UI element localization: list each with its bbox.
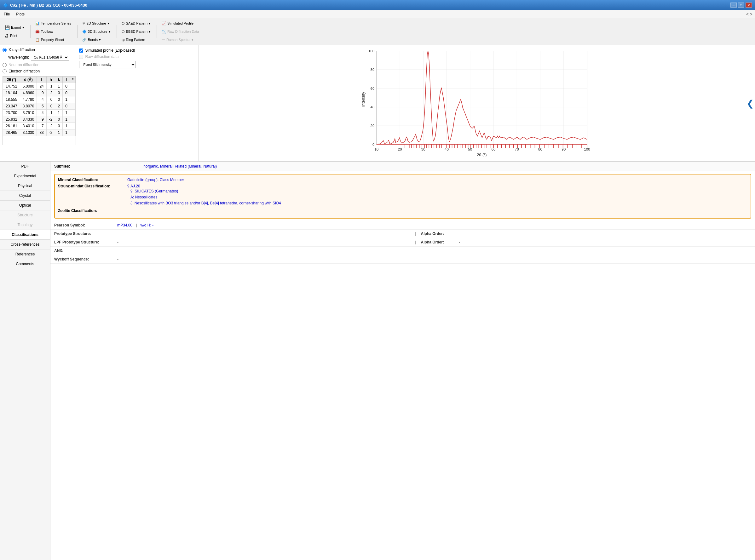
anx-value: - [117, 248, 751, 253]
sidebar-item-structure: Structure [0, 211, 50, 220]
export-dropdown-icon: ▾ [22, 25, 24, 29]
col-intensity: I [37, 77, 46, 83]
lpf-alpha-value: - [459, 240, 751, 244]
pearson-label: Pearson Symbol: [54, 223, 117, 227]
menu-file[interactable]: File [2, 11, 11, 17]
toolbar: 💾 Export ▾ 🖨 Print 📊 Temperature Series … [0, 18, 755, 45]
nav-next-button[interactable]: > [750, 12, 753, 17]
sidebar-item-optical[interactable]: Optical [0, 201, 50, 211]
bonds-dropdown-icon: ▾ [99, 38, 101, 42]
strunz-j: J: Nesosilicates with BO3 triangles and/… [131, 200, 281, 206]
bonds-icon: 🔗 [82, 38, 86, 42]
neutron-label: Neutron diffraction [8, 63, 39, 67]
raman-icon: 〰 [162, 38, 165, 42]
table-row: 23.7003.75104-111 [3, 109, 76, 116]
svg-rect-0 [376, 51, 587, 144]
toolbox-icon: 🧰 [35, 29, 40, 34]
xray-radio[interactable] [2, 48, 7, 52]
wavelength-select[interactable]: Cu Kα1 1.54056 Å [31, 54, 69, 61]
svg-text:100: 100 [368, 49, 375, 53]
svg-text:40: 40 [370, 105, 374, 109]
svg-text:60: 60 [370, 86, 374, 91]
raw-diffraction-button[interactable]: 📉 Raw Diffraction Data [159, 28, 201, 35]
raw-diffraction-icon: 📉 [162, 29, 166, 34]
raw-data-checkbox[interactable] [79, 55, 83, 59]
ebsd-button[interactable]: ⬡ EBSD Pattern ▾ [119, 28, 153, 35]
export-icon: 💾 [5, 25, 10, 30]
window-title: Ca2 ( Fe , Mn ) B2 Si2 O10 - 00-036-0430 [10, 3, 87, 7]
sidebar-item-comments[interactable]: Comments [0, 259, 50, 269]
menu-plots[interactable]: Plots [15, 11, 26, 17]
svg-text:80: 80 [538, 147, 542, 151]
raman-button[interactable]: 〰 Raman Spectra ▾ [159, 36, 201, 43]
svg-text:10: 10 [374, 147, 379, 151]
raman-dropdown-icon: ▾ [192, 38, 193, 42]
col-d: d (Å) [20, 77, 37, 83]
property-sheet-button[interactable]: 📋 Property Sheet [33, 36, 73, 43]
saed-button[interactable]: ⬡ SAED Pattern ▾ [119, 20, 153, 27]
fixed-slit-select[interactable]: Fixed Slit Intensity [79, 61, 136, 68]
collapse-arrow[interactable]: ❮ [747, 98, 754, 108]
ring-button[interactable]: ◎ Ring Pattern [119, 36, 153, 43]
svg-text:20: 20 [398, 147, 402, 151]
sidebar-item-cross-references[interactable]: Cross-references [0, 240, 50, 249]
table-row: 26.1813.40107201 [3, 123, 76, 129]
diffraction-chart: 0 20 40 60 80 100 10 20 30 40 50 60 70 8… [201, 47, 753, 158]
nav-prev-button[interactable]: < [746, 12, 749, 17]
electron-label: Electron diffraction [8, 69, 40, 73]
sidebar-item-classifications[interactable]: Classifications [0, 230, 50, 240]
alpha-order-label: Alpha Order: [421, 232, 459, 236]
lpf-alpha-label: Alpha Order: [421, 240, 459, 244]
simulated-icon: 📈 [162, 21, 166, 25]
app-icon: 🔷 [3, 3, 8, 7]
col-2theta: 2θ (°) [3, 77, 20, 83]
sidebar-item-pdf[interactable]: PDF [0, 162, 50, 171]
simulated-profile-checkbox[interactable] [79, 48, 83, 53]
svg-text:90: 90 [562, 147, 566, 151]
simulated-profile-label: Simulated profile (Exp-based) [85, 48, 135, 53]
sidebar-item-references[interactable]: References [0, 249, 50, 259]
minimize-button[interactable]: ─ [731, 2, 737, 7]
print-button[interactable]: 🖨 Print [2, 32, 26, 39]
simulated-profile-button[interactable]: 📈 Simulated Profile [159, 20, 201, 27]
strunz-row: Strunz-mindat Classification: 9.AJ.20 9:… [58, 184, 748, 207]
svg-text:50: 50 [468, 147, 472, 151]
prototype-row: Prototype Structure: - | Alpha Order: - [51, 229, 755, 238]
table-row: 28.4653.133033-211 [3, 129, 76, 136]
electron-radio[interactable] [2, 69, 7, 73]
lpf-label: LPF Prototype Structure: [54, 240, 117, 244]
xray-label: X-ray diffraction [8, 47, 35, 52]
maximize-button[interactable]: □ [738, 2, 744, 7]
wyckoff-label: Wyckoff Sequence: [54, 257, 117, 261]
prototype-label: Prototype Structure: [54, 232, 117, 236]
ring-icon: ◎ [122, 38, 125, 42]
diffraction-table: 2θ (°) d (Å) I h k l * 14.7526.000024110… [2, 76, 76, 145]
zeolite-label: Zeolite Classification: [58, 208, 127, 213]
col-l: l [63, 77, 70, 83]
svg-text:20: 20 [370, 123, 374, 127]
strunz-a: A: Nesosilicates [131, 194, 281, 200]
content-area: Subfiles: Inorganic, Mineral Related (Mi… [51, 162, 755, 560]
menu-bar: File Plots < > [0, 10, 755, 18]
close-button[interactable]: ✕ [746, 2, 752, 7]
structure-2d-button[interactable]: ⚛ 2D Structure ▾ [80, 20, 113, 27]
mineral-classification-value: Gadolinite (group), Class Member [127, 178, 184, 182]
neutron-radio[interactable] [2, 63, 7, 67]
strunz-value: 9.AJ.20 [127, 184, 281, 188]
bonds-button[interactable]: 🔗 Bonds ▾ [80, 36, 113, 43]
col-star: * [70, 77, 76, 83]
lpf-row: LPF Prototype Structure: - | Alpha Order… [51, 238, 755, 247]
sidebar-item-crystal[interactable]: Crystal [0, 191, 50, 201]
table-row: 23.3473.80705020 [3, 103, 76, 109]
structure-3d-button[interactable]: 🔷 3D Structure ▾ [80, 28, 113, 35]
subfiles-label: Subfiles: [54, 164, 92, 168]
col-k: k [55, 77, 63, 83]
col-h: h [46, 77, 55, 83]
toolbox-button[interactable]: 🧰 Toolbox [33, 28, 73, 35]
alpha-order-value: - [459, 232, 751, 236]
table-row: 14.7526.000024110 [3, 83, 76, 90]
sidebar-item-experimental[interactable]: Experimental [0, 171, 50, 181]
sidebar-item-physical[interactable]: Physical [0, 181, 50, 191]
export-button[interactable]: 💾 Export ▾ [2, 24, 26, 31]
temperature-button[interactable]: 📊 Temperature Series [33, 20, 73, 27]
